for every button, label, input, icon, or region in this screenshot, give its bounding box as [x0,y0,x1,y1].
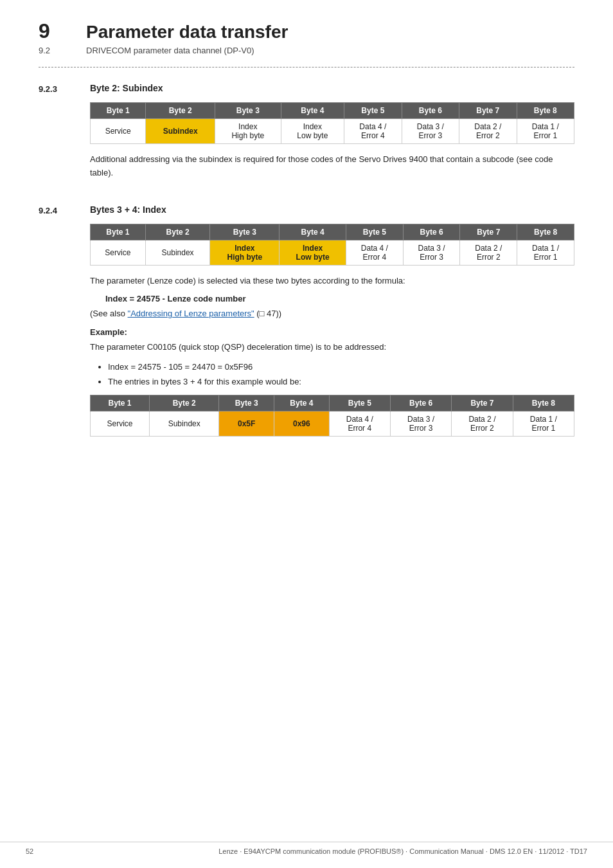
th-byte1: Byte 1 [91,395,150,411]
th-byte4: Byte 4 [281,103,344,119]
section-divider [39,67,574,68]
th-byte5: Byte 5 [329,395,390,411]
cell-0x5f: 0x5F [219,411,274,436]
cell-data4: Data 4 /Error 4 [344,119,402,144]
formula-intro: The parameter (Lenze code) is selected v… [90,275,574,288]
th-byte8: Byte 8 [513,395,574,411]
section-923-number: 9.2.3 [39,83,90,186]
th-byte7: Byte 7 [459,103,517,119]
table-row: Service Subindex IndexHigh byte IndexLow… [91,119,574,144]
section-923: 9.2.3 Byte 2: Subindex Byte 1 Byte 2 Byt… [39,83,574,186]
cell-index-low: IndexLow byte [280,240,346,265]
th-byte5: Byte 5 [344,103,402,119]
section-924-number: 9.2.4 [39,204,90,446]
cell-data2: Data 2 /Error 2 [459,119,517,144]
formula: Index = 24575 - Lenze code number [105,294,574,303]
example-label: Example: [90,327,574,337]
sub-heading: 9.2 DRIVECOM parameter data channel (DP-… [39,46,574,55]
cell-data4: Data 4 /Error 4 [329,411,390,436]
th-byte8: Byte 8 [517,224,574,240]
section-924-title: Bytes 3 + 4: Index [90,204,574,215]
th-byte7: Byte 7 [452,395,513,411]
cell-index-low: IndexLow byte [281,119,344,144]
chapter-number: 9 [39,19,71,43]
page-number: 52 [26,847,33,855]
section-923-content: Byte 2: Subindex Byte 1 Byte 2 Byte 3 By… [90,83,574,186]
th-byte8: Byte 8 [517,103,574,119]
cell-data2: Data 2 /Error 2 [452,411,513,436]
th-byte6: Byte 6 [403,224,460,240]
cell-service: Service [91,119,146,144]
section-924-content: Bytes 3 + 4: Index Byte 1 Byte 2 Byte 3 … [90,204,574,446]
chapter-title: Parameter data transfer [86,22,288,42]
section-924: 9.2.4 Bytes 3 + 4: Index Byte 1 Byte 2 B… [39,204,574,446]
sub-title: DRIVECOM parameter data channel (DP-V0) [86,46,254,55]
cell-data4: Data 4 /Error 4 [346,240,403,265]
table-header-row: Byte 1 Byte 2 Byte 3 Byte 4 Byte 5 Byte … [91,224,574,240]
addressing-link[interactable]: "Addressing of Lenze parameters" [128,309,254,318]
th-byte4: Byte 4 [274,395,330,411]
cell-subindex: Subindex [150,411,219,436]
section-923-body: Additional addressing via the subindex i… [90,153,574,180]
th-byte3: Byte 3 [219,395,274,411]
cell-index-high: IndexHigh byte [210,240,280,265]
th-byte2: Byte 2 [146,103,215,119]
th-byte4: Byte 4 [280,224,346,240]
cell-data1: Data 1 /Error 1 [517,119,574,144]
th-byte3: Byte 3 [210,224,280,240]
cell-data3: Data 3 /Error 3 [390,411,451,436]
table-924b: Byte 1 Byte 2 Byte 3 Byte 4 Byte 5 Byte … [90,395,574,437]
document-info: Lenze · E94AYCPM communication module (P… [218,847,587,855]
table-row: Service Subindex IndexHigh byte IndexLow… [91,240,574,265]
sub-number: 9.2 [39,46,71,55]
table-924a: Byte 1 Byte 2 Byte 3 Byte 4 Byte 5 Byte … [90,224,574,266]
th-byte1: Byte 1 [91,224,146,240]
cell-index-high: IndexHigh byte [215,119,281,144]
cell-data1: Data 1 /Error 1 [517,240,574,265]
cell-data3: Data 3 /Error 3 [402,119,459,144]
th-byte1: Byte 1 [91,103,146,119]
cell-service: Service [91,411,150,436]
cell-subindex: Subindex [145,240,210,265]
cell-subindex: Subindex [146,119,215,144]
th-byte6: Byte 6 [402,103,459,119]
th-byte2: Byte 2 [145,224,210,240]
cell-data1: Data 1 /Error 1 [513,411,574,436]
th-byte5: Byte 5 [346,224,403,240]
bullet-list: Index = 24575 - 105 = 24470 = 0x5F96 The… [108,361,574,388]
page-footer: 52 Lenze · E94AYCPM communication module… [0,842,613,855]
see-also: (See also "Addressing of Lenze parameter… [90,307,574,321]
table-row: Service Subindex 0x5F 0x96 Data 4 /Error… [91,411,574,436]
example-body: The parameter C00105 (quick stop (QSP) d… [90,341,574,354]
table-923: Byte 1 Byte 2 Byte 3 Byte 4 Byte 5 Byte … [90,102,574,144]
bullet-item-2: The entries in bytes 3 + 4 for this exam… [108,375,574,388]
th-byte2: Byte 2 [150,395,219,411]
cell-data2: Data 2 /Error 2 [460,240,517,265]
table-header-row: Byte 1 Byte 2 Byte 3 Byte 4 Byte 5 Byte … [91,103,574,119]
th-byte7: Byte 7 [460,224,517,240]
cell-service: Service [91,240,146,265]
bullet-item-1: Index = 24575 - 105 = 24470 = 0x5F96 [108,361,574,374]
th-byte3: Byte 3 [215,103,281,119]
cell-0x96: 0x96 [274,411,330,436]
page-header: 9 Parameter data transfer [39,19,574,43]
table-header-row: Byte 1 Byte 2 Byte 3 Byte 4 Byte 5 Byte … [91,395,574,411]
th-byte6: Byte 6 [390,395,451,411]
section-923-title: Byte 2: Subindex [90,83,574,93]
cell-data3: Data 3 /Error 3 [403,240,460,265]
